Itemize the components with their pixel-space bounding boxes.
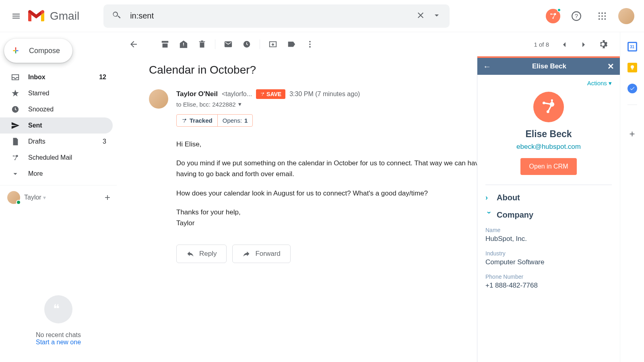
svg-text:?: ? — [575, 12, 578, 19]
svg-point-7 — [599, 15, 600, 17]
svg-point-9 — [605, 15, 606, 17]
label-icon[interactable] — [283, 35, 300, 53]
email-toolbar: 1 of 8 — [117, 32, 620, 56]
delete-icon[interactable] — [193, 35, 211, 53]
calendar-addon-icon[interactable]: 31 — [627, 42, 637, 51]
search-bar[interactable] — [103, 4, 450, 28]
search-icon[interactable] — [108, 7, 124, 25]
svg-point-10 — [599, 18, 600, 20]
svg-point-5 — [601, 12, 603, 14]
star-icon — [10, 88, 20, 98]
apps-icon[interactable] — [592, 6, 612, 26]
move-icon[interactable] — [264, 35, 282, 53]
pagination-info: 1 of 8 — [534, 41, 549, 48]
search-input[interactable] — [130, 11, 413, 21]
clear-search-icon[interactable] — [413, 7, 429, 25]
search-options-icon[interactable] — [429, 7, 445, 25]
clock-icon — [10, 105, 20, 114]
svg-point-6 — [605, 12, 606, 14]
sender-avatar[interactable] — [149, 89, 168, 109]
snooze-icon[interactable] — [238, 35, 256, 53]
contact-email[interactable]: ebeck@hubspot.com — [485, 143, 612, 151]
sidebar-item-inbox[interactable]: Inbox 12 — [0, 69, 113, 85]
open-crm-button[interactable]: Open in CRM — [520, 158, 577, 175]
reply-button[interactable]: Reply — [176, 245, 227, 263]
prev-icon[interactable] — [555, 35, 573, 53]
company-industry: Computer Software — [485, 258, 612, 266]
spam-icon[interactable] — [175, 35, 192, 53]
svg-point-11 — [601, 18, 603, 20]
timestamp: 3:30 PM (7 minutes ago) — [289, 90, 360, 98]
support-icon[interactable]: ? — [567, 6, 586, 26]
company-section-toggle[interactable]: › Company — [485, 210, 612, 220]
svg-point-8 — [601, 15, 603, 17]
show-details-icon[interactable]: ▾ — [238, 101, 242, 108]
hubspot-actions-menu[interactable]: Actions ▾ — [477, 75, 620, 92]
account-avatar[interactable] — [618, 8, 634, 24]
inbox-icon — [10, 72, 20, 82]
sidebar-item-drafts[interactable]: Drafts 3 — [0, 134, 113, 150]
start-chat-link[interactable]: Start a new one — [0, 339, 117, 346]
more-icon[interactable] — [301, 35, 319, 53]
svg-point-4 — [599, 12, 600, 14]
chevron-right-icon: › — [485, 193, 493, 202]
hubspot-back-icon[interactable]: ← — [483, 62, 491, 71]
hubspot-save-badge[interactable]: SAVE — [256, 89, 285, 99]
chevron-down-icon: ▾ — [609, 80, 612, 86]
contact-name: Elise Beck — [485, 129, 612, 140]
send-icon — [10, 121, 20, 130]
hubspot-panel: ← Elise Beck ✕ Actions ▾ Elise Beck ebec… — [477, 56, 620, 362]
addons-rail: 31 + — [620, 32, 644, 362]
hubspot-panel-header: ← Elise Beck ✕ — [477, 56, 620, 75]
user-avatar — [7, 191, 20, 204]
archive-icon[interactable] — [156, 35, 174, 53]
svg-point-19 — [309, 43, 311, 45]
keep-addon-icon[interactable] — [627, 63, 637, 72]
tasks-addon-icon[interactable] — [627, 84, 637, 93]
settings-icon[interactable] — [594, 35, 612, 53]
add-addon-icon[interactable]: + — [629, 128, 635, 140]
sender-name: Taylor O'Neil — [176, 90, 218, 98]
sidebar: Compose Inbox 12 Starred Snoozed Sent Dr… — [0, 32, 117, 362]
sidebar-item-snoozed[interactable]: Snoozed — [0, 101, 113, 117]
svg-point-12 — [605, 18, 606, 20]
app-name: Gmail — [50, 10, 79, 23]
next-icon[interactable] — [575, 35, 592, 53]
add-contact-icon[interactable]: + — [105, 192, 110, 203]
chevron-down-icon — [10, 169, 20, 179]
hangouts-icon — [44, 295, 72, 323]
sidebar-item-more[interactable]: More — [0, 166, 113, 182]
app-header: Gmail ? — [0, 0, 644, 32]
sidebar-item-sent[interactable]: Sent — [0, 117, 113, 134]
forward-button[interactable]: Forward — [232, 245, 290, 263]
hubspot-sprocket-icon — [10, 153, 20, 162]
menu-icon[interactable] — [6, 6, 26, 26]
file-icon — [10, 137, 20, 146]
mark-unread-icon[interactable] — [219, 35, 237, 53]
tracking-badges[interactable]: Tracked Opens: 1 — [176, 114, 253, 127]
hangouts-empty-state: No recent chats Start a new one — [0, 295, 117, 362]
about-section-toggle[interactable]: › About — [485, 193, 612, 202]
close-icon[interactable]: ✕ — [607, 62, 614, 71]
company-phone: +1 888-482-7768 — [485, 282, 612, 290]
compose-button[interactable]: Compose — [4, 39, 72, 63]
hubspot-extension-icon[interactable] — [546, 9, 560, 23]
company-name: HubSpot, Inc. — [485, 235, 612, 243]
email-content: 1 of 8 Calendar in October? Taylor O'Nei… — [117, 32, 620, 362]
svg-point-20 — [309, 46, 311, 48]
chevron-down-icon: › — [485, 212, 493, 219]
svg-point-18 — [309, 41, 311, 43]
hubspot-logo-icon — [533, 92, 564, 122]
hangouts-user-row[interactable]: Taylor ▾ + — [0, 185, 117, 210]
sidebar-item-starred[interactable]: Starred — [0, 85, 113, 101]
gmail-logo[interactable]: Gmail — [27, 9, 79, 23]
back-icon[interactable] — [125, 35, 142, 53]
recipients: to Elise, bcc: 2422882 — [176, 101, 236, 108]
sidebar-item-scheduled[interactable]: Scheduled Mail — [0, 150, 113, 166]
chevron-down-icon: ▾ — [43, 194, 46, 201]
sender-email: <taylorfo... — [222, 90, 252, 98]
